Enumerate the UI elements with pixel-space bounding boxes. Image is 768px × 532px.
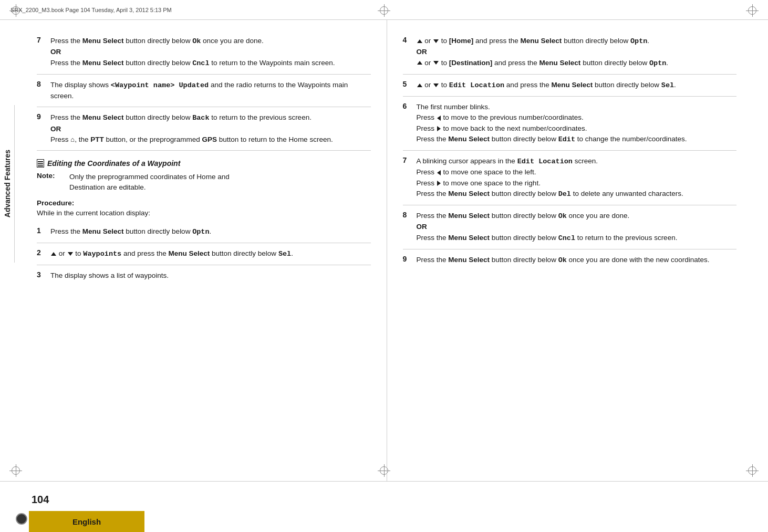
sub-step-content-1: Press the Menu Select button directly be… [50, 226, 371, 237]
left-step-8: 8 The display shows <Waypoint name> Upda… [37, 75, 371, 108]
header-text: SRX_2200_M3.book Page 104 Tuesday, April… [11, 7, 172, 13]
page-wrapper: SRX_2200_M3.book Page 104 Tuesday, April… [0, 0, 768, 532]
reg-mark-tc [378, 4, 390, 17]
section-heading: Editing the Coordinates of a Waypoint [37, 159, 371, 168]
bottom-left-icon [16, 513, 27, 525]
sub-step-num-1: 1 [37, 226, 46, 237]
right-step-num-8: 8 [403, 211, 412, 244]
left-column: 7 Press the Menu Select button directly … [16, 20, 387, 481]
sub-step-2: 2 or to Waypoints and press the Menu Sel… [37, 243, 371, 265]
right-step-num-4: 4 [403, 36, 412, 69]
right-step-7: 7 A blinking cursor appears in the Edit … [403, 151, 737, 205]
right-column: 4 or to [Home] and press the Menu Select… [387, 20, 753, 481]
page-number: 104 [32, 494, 49, 506]
reg-mark-tr [746, 4, 759, 17]
reg-mark-tl [9, 4, 22, 17]
right-step-num-5: 5 [403, 80, 412, 91]
right-step-5: 5 or to Edit Location and press the Menu… [403, 75, 737, 97]
right-step-num-9: 9 [403, 255, 412, 266]
step-num-7: 7 [37, 36, 46, 69]
procedure-intro: While in the current location display: [37, 209, 371, 217]
procedure-label: Procedure: [37, 199, 371, 207]
right-step-9: 9 Press the Menu Select button directly … [403, 249, 737, 271]
step-num-8: 8 [37, 80, 46, 102]
bottom-bar: 104 English [0, 481, 768, 532]
right-step-num-7: 7 [403, 156, 412, 200]
sub-step-content-2: or to Waypoints and press the Menu Selec… [50, 248, 371, 259]
section-heading-text: Editing the Coordinates of a Waypoint [47, 159, 180, 168]
sub-step-num-2: 2 [37, 248, 46, 259]
note-text: Only the preprogrammed coordinates of Ho… [69, 172, 230, 193]
right-step-content-7: A blinking cursor appears in the Edit Lo… [417, 156, 737, 200]
right-step-4: 4 or to [Home] and press the Menu Select… [403, 30, 737, 75]
right-step-content-5: or to Edit Location and press the Menu S… [417, 80, 737, 91]
left-step-9: 9 Press the Menu Select button directly … [37, 107, 371, 151]
right-step-6: 6 The first number blinks. Press to move… [403, 97, 737, 151]
left-step-7: 7 Press the Menu Select button directly … [37, 30, 371, 75]
step-num-9: 9 [37, 112, 46, 145]
step-content-8: The display shows <Waypoint name> Update… [50, 80, 371, 102]
right-step-8: 8 Press the Menu Select button directly … [403, 205, 737, 249]
english-label: English [72, 517, 101, 526]
note-box: Note: Only the preprogrammed coordinates… [37, 172, 371, 193]
side-tab-label: Advanced Features [3, 150, 12, 217]
step-content-9: Press the Menu Select button directly be… [50, 112, 371, 145]
right-step-content-8: Press the Menu Select button directly be… [417, 211, 737, 244]
sub-step-3: 3 The display shows a list of waypoints. [37, 265, 371, 286]
step-content-7: Press the Menu Select button directly be… [50, 36, 371, 69]
sub-step-1: 1 Press the Menu Select button directly … [37, 221, 371, 243]
right-step-content-4: or to [Home] and press the Menu Select b… [417, 36, 737, 69]
right-step-num-6: 6 [403, 102, 412, 145]
side-tab: Advanced Features [0, 105, 15, 263]
sub-step-content-3: The display shows a list of waypoints. [50, 270, 371, 281]
note-label: Note: [37, 172, 60, 193]
english-tab: English [29, 511, 144, 532]
main-content: 7 Press the Menu Select button directly … [16, 20, 752, 481]
right-step-content-6: The first number blinks. Press to move t… [417, 102, 737, 145]
sub-step-num-3: 3 [37, 270, 46, 281]
right-step-content-9: Press the Menu Select button directly be… [417, 255, 737, 266]
